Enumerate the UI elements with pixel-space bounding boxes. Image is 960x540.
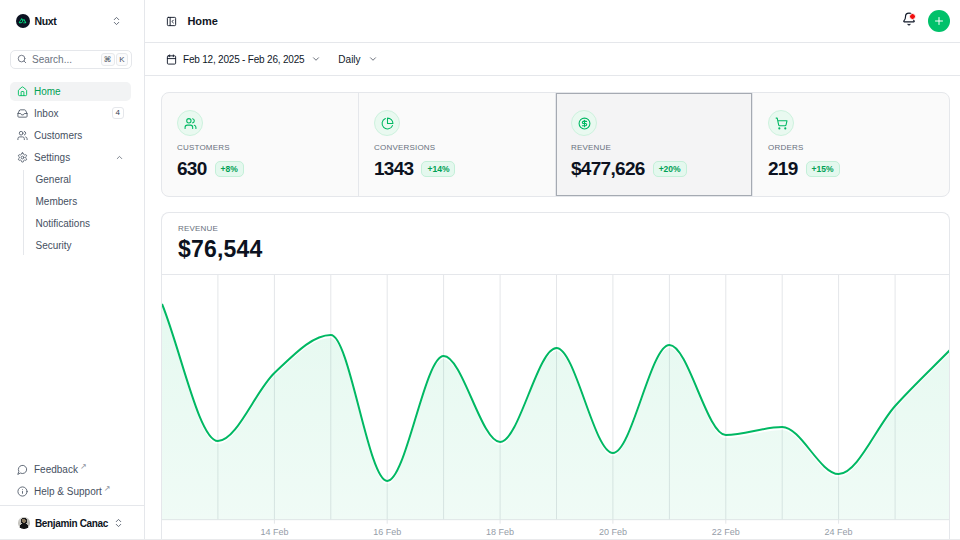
svg-text:14 Feb: 14 Feb: [260, 527, 288, 537]
svg-text:18 Feb: 18 Feb: [486, 527, 514, 537]
svg-text:24 Feb: 24 Feb: [825, 527, 853, 537]
svg-text:16 Feb: 16 Feb: [373, 527, 401, 537]
svg-text:20 Feb: 20 Feb: [599, 527, 627, 537]
svg-text:22 Feb: 22 Feb: [712, 527, 740, 537]
